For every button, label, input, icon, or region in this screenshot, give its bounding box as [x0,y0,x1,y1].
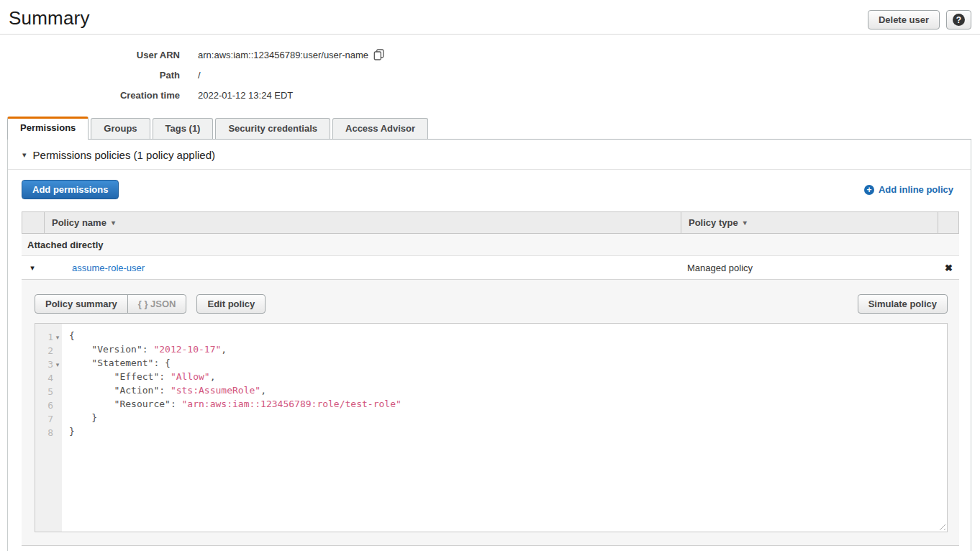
expander-column-header [22,212,44,233]
user-arn-value: arn:aws:iam::123456789:user/user-name [198,49,384,60]
user-arn-row: User ARN arn:aws:iam::123456789:user/use… [0,45,980,65]
path-label: Path [0,70,180,81]
row-expander-caret-icon[interactable]: ▾ [22,263,43,273]
tab-permissions[interactable]: Permissions [7,117,89,140]
help-button[interactable]: ? [946,10,971,29]
tab-groups[interactable]: Groups [91,118,150,139]
header-actions: Delete user ? [868,7,971,29]
policy-type-cell: Managed policy [680,263,938,273]
json-view-button[interactable]: { } JSON [127,294,187,314]
permissions-panel: ▾ Permissions policies (1 policy applied… [7,140,971,551]
policy-name-link[interactable]: assume-role-user [43,263,680,273]
edit-policy-button[interactable]: Edit policy [196,294,266,314]
page-title: Summary [9,7,90,29]
help-icon: ? [953,14,965,26]
policy-table-row: ▾ assume-role-user Managed policy ✖ [22,256,959,279]
add-inline-policy-label: Add inline policy [879,184,953,195]
attached-directly-group-row: Attached directly [22,234,959,256]
policy-detail-area: Policy summary { } JSON Edit policy Simu… [22,279,959,546]
copy-icon[interactable] [373,49,384,60]
policy-table: Policy name ▾ Policy type ▾ Attached dir… [22,211,959,546]
policy-name-header-label: Policy name [52,217,106,228]
add-inline-policy-link[interactable]: + Add inline policy [864,184,953,195]
editor-gutter: 1▾23▾45678 [35,324,62,532]
delete-user-button[interactable]: Delete user [868,10,940,29]
section-title: Permissions policies (1 policy applied) [33,149,215,161]
detach-policy-icon[interactable]: ✖ [938,263,959,273]
tab-bar: Permissions Groups Tags (1) Security cre… [7,117,971,140]
creation-time-value: 2022-01-12 13:24 EDT [198,90,293,101]
plus-icon: + [864,185,874,195]
path-value: / [198,70,201,81]
editor-code[interactable]: { "Version": "2012-10-17", "Statement": … [62,324,947,532]
tab-security-credentials[interactable]: Security credentials [215,118,330,139]
tab-access-advisor[interactable]: Access Advisor [332,118,428,139]
policy-view-toggle: Policy summary { } JSON [35,294,186,314]
sort-caret-icon: ▾ [743,219,747,227]
page-header: Summary Delete user ? [0,0,980,35]
simulate-policy-button[interactable]: Simulate policy [858,294,948,314]
policy-table-header: Policy name ▾ Policy type ▾ [22,211,959,234]
policy-json-editor[interactable]: 1▾23▾45678 { "Version": "2012-10-17", "S… [35,323,948,532]
policy-type-header-label: Policy type [689,217,738,228]
user-arn-text: arn:aws:iam::123456789:user/user-name [198,50,368,60]
user-arn-label: User ARN [0,50,180,60]
path-row: Path / [0,65,980,85]
permissions-policies-section-header: ▾ Permissions policies (1 policy applied… [8,140,971,170]
collapse-caret-icon[interactable]: ▾ [22,150,27,160]
user-summary-fields: User ARN arn:aws:iam::123456789:user/use… [0,35,980,105]
sort-caret-icon: ▾ [112,219,115,227]
creation-time-row: Creation time 2022-01-12 13:24 EDT [0,85,980,105]
tab-tags[interactable]: Tags (1) [153,118,214,139]
actions-column-header [938,212,958,233]
add-permissions-button[interactable]: Add permissions [22,180,119,199]
policy-summary-button[interactable]: Policy summary [35,294,128,314]
creation-time-label: Creation time [0,90,180,101]
policy-detail-buttons: Policy summary { } JSON Edit policy Simu… [35,294,948,314]
policy-controls-row: Add permissions + Add inline policy [22,180,953,199]
policy-type-column-header[interactable]: Policy type ▾ [681,212,938,233]
policy-name-column-header[interactable]: Policy name ▾ [44,212,681,233]
